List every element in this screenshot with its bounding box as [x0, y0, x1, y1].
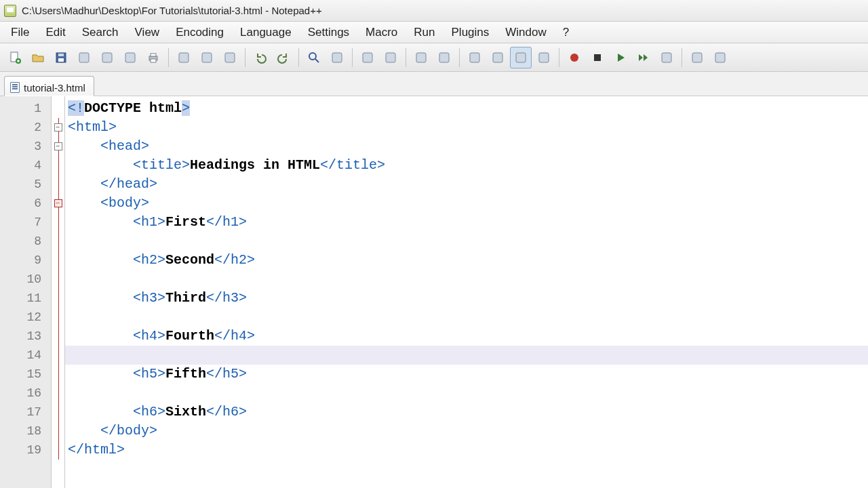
show-all-icon[interactable] — [487, 47, 509, 68]
close-icon[interactable] — [96, 47, 118, 68]
code-line[interactable]: <h5>Fifth</h5> — [65, 365, 868, 384]
svg-rect-26 — [662, 53, 671, 62]
fold-cell[interactable] — [52, 441, 64, 460]
save-all-icon[interactable] — [73, 47, 95, 68]
fold-cell[interactable] — [52, 232, 64, 251]
zoom-out-icon[interactable] — [380, 47, 401, 68]
replace-icon[interactable] — [326, 47, 348, 68]
close-all-icon[interactable] — [119, 47, 141, 68]
save-macro-icon[interactable] — [656, 47, 677, 68]
code-line[interactable]: <h1>First</h1> — [65, 213, 868, 232]
code-line[interactable]: <h6>Sixth</h6> — [65, 403, 868, 422]
fold-cell[interactable] — [52, 384, 64, 403]
code-line[interactable] — [65, 346, 868, 365]
window-titlebar: C:\Users\Madhur\Desktop\For Tutorials\tu… — [0, 0, 868, 22]
find-icon[interactable] — [303, 47, 325, 68]
sync-h-icon[interactable] — [433, 47, 455, 68]
code-line[interactable] — [65, 308, 868, 327]
code-line[interactable]: </head> — [65, 175, 868, 194]
menu-plugins[interactable]: Plugins — [443, 22, 498, 43]
code-line[interactable]: <html> — [65, 118, 868, 137]
menu-language[interactable]: Language — [232, 22, 300, 43]
line-number: 16 — [0, 384, 51, 403]
code-line[interactable] — [65, 270, 868, 289]
menu-run[interactable]: Run — [406, 22, 443, 43]
line-number: 2 — [0, 118, 51, 137]
save-icon[interactable] — [50, 47, 72, 68]
menu-[interactable]: ? — [555, 22, 577, 43]
code-line[interactable]: <h3>Third</h3> — [65, 289, 868, 308]
code-area[interactable]: <!DOCTYPE html><html> <head> <title>Head… — [65, 96, 868, 488]
code-line[interactable]: <!DOCTYPE html> — [65, 99, 868, 118]
line-number: 7 — [0, 213, 51, 232]
fold-cell[interactable] — [52, 99, 64, 118]
update-icon[interactable] — [709, 47, 731, 68]
print-icon[interactable] — [142, 47, 164, 68]
redo-icon[interactable] — [273, 47, 294, 68]
record-macro-icon[interactable] — [564, 47, 585, 68]
code-line[interactable] — [65, 384, 868, 403]
indent-guide-icon[interactable] — [510, 47, 532, 68]
cut-icon[interactable] — [173, 47, 195, 68]
menu-view[interactable]: View — [127, 22, 168, 43]
fold-cell[interactable] — [52, 156, 64, 175]
menu-settings[interactable]: Settings — [300, 22, 357, 43]
document-tab[interactable]: tutorial-3.html — [4, 76, 94, 96]
code-line[interactable]: <h2>Second</h2> — [65, 251, 868, 270]
code-line[interactable]: </body> — [65, 422, 868, 441]
fold-cell[interactable] — [52, 365, 64, 384]
fold-toggle-icon[interactable]: − — [54, 142, 62, 150]
svg-rect-25 — [594, 54, 601, 61]
undo-icon[interactable] — [250, 47, 271, 68]
fold-cell[interactable]: − — [52, 194, 64, 213]
toolbar-separator — [245, 48, 245, 67]
fold-cell[interactable] — [52, 308, 64, 327]
code-line[interactable]: </html> — [65, 441, 868, 460]
fold-cell[interactable] — [52, 403, 64, 422]
fold-cell[interactable] — [52, 346, 64, 365]
code-line[interactable] — [65, 232, 868, 251]
fold-cell[interactable] — [52, 327, 64, 346]
new-icon[interactable] — [4, 47, 26, 68]
line-number: 9 — [0, 251, 51, 270]
menu-macro[interactable]: Macro — [357, 22, 406, 43]
code-line[interactable]: <h4>Fourth</h4> — [65, 327, 868, 346]
open-icon[interactable] — [27, 47, 49, 68]
line-number: 15 — [0, 365, 51, 384]
zoom-in-icon[interactable] — [357, 47, 378, 68]
menu-file[interactable]: File — [3, 22, 37, 43]
code-line[interactable]: <body> — [65, 194, 868, 213]
play-fast-icon[interactable] — [633, 47, 654, 68]
fold-cell[interactable] — [52, 422, 64, 441]
fold-cell[interactable] — [52, 175, 64, 194]
svg-rect-12 — [202, 53, 212, 62]
folder-icon[interactable] — [686, 47, 708, 68]
copy-icon[interactable] — [196, 47, 218, 68]
stop-macro-icon[interactable] — [587, 47, 608, 68]
fold-cell[interactable]: − — [52, 137, 64, 156]
svg-rect-6 — [102, 53, 112, 62]
fold-cell[interactable] — [52, 213, 64, 232]
fold-toggle-icon[interactable]: − — [54, 199, 62, 207]
line-number: 10 — [0, 270, 51, 289]
fold-cell[interactable] — [52, 270, 64, 289]
menu-edit[interactable]: Edit — [37, 22, 73, 43]
menu-search[interactable]: Search — [74, 22, 127, 43]
doc-map-icon[interactable] — [533, 47, 555, 68]
play-macro-icon[interactable] — [610, 47, 631, 68]
code-line[interactable]: <head> — [65, 137, 868, 156]
menu-bar: FileEditSearchViewEncodingLanguageSettin… — [0, 22, 868, 43]
fold-cell[interactable] — [52, 251, 64, 270]
code-line[interactable]: <title>Headings in HTML</title> — [65, 156, 868, 175]
menu-encoding[interactable]: Encoding — [167, 22, 232, 43]
fold-toggle-icon[interactable]: − — [54, 123, 62, 131]
tab-bar: tutorial-3.html — [0, 72, 868, 96]
fold-cell[interactable]: − — [52, 118, 64, 137]
fold-margin[interactable]: −−− — [52, 96, 65, 488]
wordwrap-icon[interactable] — [464, 47, 486, 68]
editor-pane[interactable]: 12345678910111213141516171819 −−− <!DOCT… — [0, 96, 868, 488]
fold-cell[interactable] — [52, 289, 64, 308]
menu-window[interactable]: Window — [497, 22, 554, 43]
paste-icon[interactable] — [219, 47, 241, 68]
sync-v-icon[interactable] — [410, 47, 432, 68]
